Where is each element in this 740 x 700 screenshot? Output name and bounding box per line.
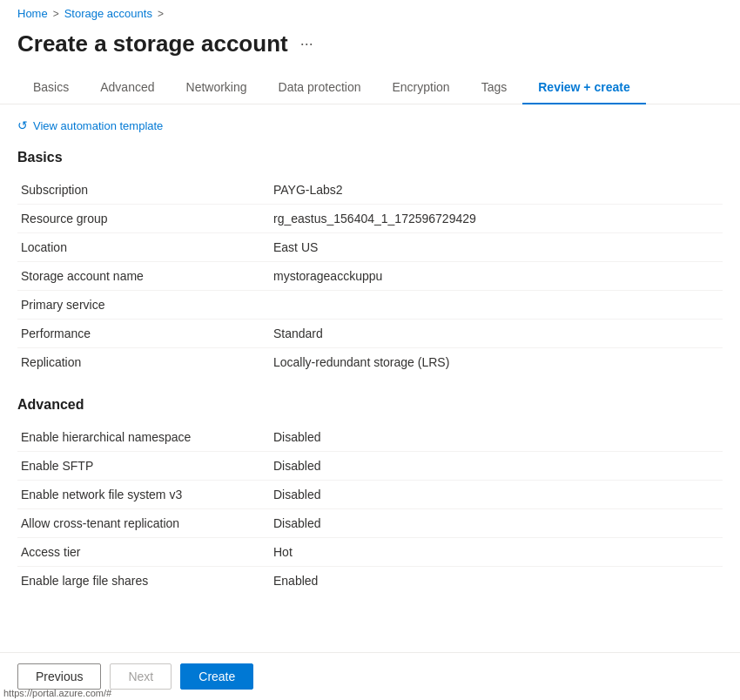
table-row: Resource group rg_eastus_156404_1_172596… [17,205,723,233]
row-value: Standard [270,320,723,348]
row-label: Enable network file system v3 [17,481,270,509]
breadcrumb-home[interactable]: Home [17,7,48,20]
page-menu-icon[interactable]: ··· [297,35,317,53]
table-row: Storage account name mystorageacckuppu [17,262,723,291]
table-row: Replication Locally-redundant storage (L… [17,348,723,377]
row-label: Replication [17,348,270,377]
table-row: Performance Standard [17,320,723,348]
breadcrumb-sep-1: > [53,8,59,20]
advanced-section-title: Advanced [17,397,723,413]
page-title: Create a storage account [17,30,288,57]
row-label: Subscription [17,176,270,205]
row-label: Primary service [17,291,270,320]
table-row: Primary service [17,291,723,320]
row-label: Enable large file shares [17,567,270,596]
breadcrumb-sep-2: > [158,8,164,20]
row-value: Disabled [270,481,723,509]
row-label: Storage account name [17,262,270,291]
table-row: Enable network file system v3 Disabled [17,481,723,509]
tab-data-protection[interactable]: Data protection [263,71,377,104]
basics-section: Basics Subscription PAYG-Labs2 Resource … [17,150,723,376]
main-content: ↺ View automation template Basics Subscr… [0,104,740,629]
automation-template-label: View automation template [33,119,163,132]
row-label: Enable SFTP [17,452,270,481]
row-value: Enabled [270,567,723,596]
row-value: Hot [270,538,723,567]
basics-table: Subscription PAYG-Labs2 Resource group r… [17,176,723,376]
table-row: Access tier Hot [17,538,723,567]
advanced-table: Enable hierarchical namespace Disabled E… [17,423,723,595]
row-label: Enable hierarchical namespace [17,423,270,452]
automation-icon: ↺ [17,118,28,132]
page-title-bar: Create a storage account ··· [0,27,740,71]
table-row: Subscription PAYG-Labs2 [17,176,723,205]
tab-networking[interactable]: Networking [171,71,263,104]
breadcrumb: Home > Storage accounts > [0,0,740,27]
tab-bar: Basics Advanced Networking Data protecti… [0,71,740,104]
row-value: rg_eastus_156404_1_172596729429 [270,205,723,233]
tab-advanced[interactable]: Advanced [84,71,170,104]
breadcrumb-storage-accounts[interactable]: Storage accounts [64,7,152,20]
row-value: East US [270,233,723,262]
table-row: Enable large file shares Enabled [17,567,723,596]
row-value: Disabled [270,509,723,538]
table-row: Allow cross-tenant replication Disabled [17,509,723,538]
table-row: Enable hierarchical namespace Disabled [17,423,723,452]
table-row: Enable SFTP Disabled [17,452,723,481]
advanced-section: Advanced Enable hierarchical namespace D… [17,397,723,595]
tab-tags[interactable]: Tags [466,71,523,104]
row-label: Performance [17,320,270,348]
url-bar: https://portal.azure.com/# [0,686,261,700]
row-label: Location [17,233,270,262]
tab-basics[interactable]: Basics [17,71,84,104]
basics-section-title: Basics [17,150,723,165]
row-value: mystorageacckuppu [270,262,723,291]
tab-encryption[interactable]: Encryption [377,71,466,104]
row-value [270,291,723,320]
row-label: Resource group [17,205,270,233]
bottom-bar: Previous Next Create https://portal.azur… [0,652,740,700]
row-label: Allow cross-tenant replication [17,509,270,538]
tab-review-create[interactable]: Review + create [522,71,645,104]
row-value: Disabled [270,452,723,481]
automation-template-link[interactable]: ↺ View automation template [17,118,723,132]
row-label: Access tier [17,538,270,567]
table-row: Location East US [17,233,723,262]
row-value: Locally-redundant storage (LRS) [270,348,723,377]
row-value: PAYG-Labs2 [270,176,723,205]
row-value: Disabled [270,423,723,452]
